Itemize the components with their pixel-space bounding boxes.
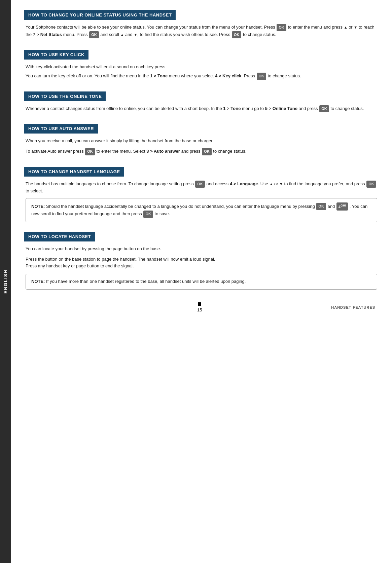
footer-center: 15 xyxy=(197,302,202,312)
ok-button-inline: OK xyxy=(85,148,95,155)
section-header-handset-language: HOW TO CHANGE HANDSET LANGUAGE xyxy=(24,167,124,177)
note-box-locate: NOTE: If you have more than one handset … xyxy=(26,274,377,290)
ok-button-inline: OK xyxy=(89,31,99,39)
section-online-tone: HOW TO USE THE ONLINE TONE Whenever a co… xyxy=(24,91,379,115)
ok-button-inline: OK xyxy=(143,211,153,218)
section-body-key-click: With key-click activated the handset wil… xyxy=(24,64,379,80)
key-4ghi-inline: 4GHI xyxy=(336,202,348,211)
section-header-auto-answer: HOW TO USE AUTO ANSWER xyxy=(24,124,98,134)
section-body-online-tone: Whenever a contact changes status from o… xyxy=(24,105,379,113)
section-body-change-online-status: Your Softphone contacts will be able to … xyxy=(24,24,379,38)
ok-button-inline: OK xyxy=(366,181,376,188)
sidebar-english-label: ENGLISH xyxy=(0,0,11,563)
section-header-key-click: HOW TO USE KEY CLICK xyxy=(24,50,88,60)
section-locate-handset: HOW TO LOCATE HANDSET You can locate you… xyxy=(24,232,379,290)
note-box-language: NOTE: Should the handset language accide… xyxy=(26,198,377,222)
section-body-handset-language: The handset has multiple languages to ch… xyxy=(24,181,379,222)
footer-square-icon xyxy=(198,302,201,306)
section-body-auto-answer: When you receive a call, you can answer … xyxy=(24,138,379,155)
ok-button-inline: OK xyxy=(319,105,329,113)
section-key-click: HOW TO USE KEY CLICK With key-click acti… xyxy=(24,50,379,82)
ok-button-inline: OK xyxy=(202,148,212,155)
section-handset-language: HOW TO CHANGE HANDSET LANGUAGE The hands… xyxy=(24,167,379,222)
section-auto-answer: HOW TO USE AUTO ANSWER When you receive … xyxy=(24,124,379,157)
footer-label: HANDSET FEATURES xyxy=(331,305,375,309)
section-body-locate-handset: You can locate your handset by pressing … xyxy=(24,246,379,290)
page-number: 15 xyxy=(197,307,202,312)
section-header-locate-handset: HOW TO LOCATE HANDSET xyxy=(24,232,95,241)
ok-button-inline: OK xyxy=(277,24,286,31)
section-header-online-tone: HOW TO USE THE ONLINE TONE xyxy=(24,91,106,101)
ok-button-inline: OK xyxy=(257,73,266,80)
section-header-change-online-status: HOW TO CHANGE YOUR ONLINE STATUS USING T… xyxy=(24,10,176,20)
section-change-online-status: HOW TO CHANGE YOUR ONLINE STATUS USING T… xyxy=(24,10,379,40)
ok-button-inline: OK xyxy=(232,31,242,39)
footer: 15 HANDSET FEATURES xyxy=(24,302,379,312)
ok-button-inline: OK xyxy=(195,181,205,188)
ok-button-inline: OK xyxy=(316,203,326,210)
